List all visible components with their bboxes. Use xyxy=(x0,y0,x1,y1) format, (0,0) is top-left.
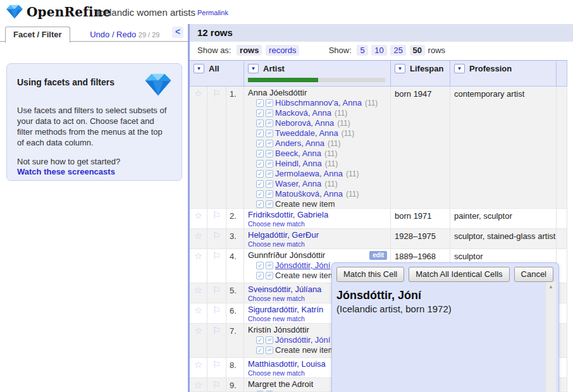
candidate-link[interactable]: Neborová, Anna xyxy=(275,118,334,128)
match-all-identical-cells-button[interactable]: Match All Identical Cells xyxy=(409,267,509,282)
match-similar-cells-icon[interactable]: ✓✓ xyxy=(266,190,273,198)
match-similar-cells-icon[interactable]: ✓✓ xyxy=(266,346,273,354)
candidate-link[interactable]: Anders, Anna xyxy=(275,138,324,149)
cancel-button[interactable]: Cancel xyxy=(514,267,553,282)
star-icon[interactable]: ☆ xyxy=(194,210,202,221)
artist-column-menu-icon[interactable]: ▼ xyxy=(248,64,259,73)
page-size-5-button[interactable]: 5 xyxy=(357,45,367,56)
flag-icon[interactable]: ⚐ xyxy=(213,285,221,295)
match-similar-cells-icon[interactable]: ✓✓ xyxy=(266,272,273,279)
match-this-cell-icon[interactable]: ✓ xyxy=(256,180,264,188)
star-icon[interactable]: ☆ xyxy=(194,88,202,99)
match-this-cell-icon[interactable]: ✓ xyxy=(256,272,264,279)
star-icon[interactable]: ☆ xyxy=(194,285,202,295)
candidate-link[interactable]: Jermolaewa, Anna xyxy=(275,169,343,179)
matched-entity-link[interactable]: Helgadóttir, GerÐur xyxy=(248,230,319,240)
flag-icon[interactable]: ⚐ xyxy=(213,305,221,315)
create-new-item-link[interactable]: Create new item xyxy=(275,345,335,355)
flag-icon[interactable]: ⚐ xyxy=(213,359,221,370)
candidate-link[interactable]: Waser, Anna xyxy=(275,179,321,189)
match-similar-cells-icon[interactable]: ✓✓ xyxy=(266,200,273,208)
star-icon[interactable]: ☆ xyxy=(194,325,202,336)
rows-suffix-label: rows xyxy=(428,46,445,55)
scroll-up-icon[interactable]: ▲ xyxy=(546,282,556,292)
choose-new-match-link[interactable]: Choose new match xyxy=(248,220,388,228)
star-icon[interactable]: ☆ xyxy=(194,230,202,241)
flag-icon[interactable]: ⚐ xyxy=(213,250,221,261)
page-size-25-button[interactable]: 25 xyxy=(390,45,405,56)
edit-cell-button[interactable]: edit xyxy=(369,251,387,260)
match-this-cell-icon[interactable]: ✓ xyxy=(256,160,264,168)
create-new-item-link[interactable]: Create new item xyxy=(275,271,335,281)
match-similar-cells-icon[interactable]: ✓✓ xyxy=(266,262,273,269)
match-similar-cells-icon[interactable]: ✓✓ xyxy=(266,140,273,147)
flag-icon[interactable]: ⚐ xyxy=(213,379,221,390)
show-as-records-button[interactable]: records xyxy=(266,45,299,56)
match-similar-cells-icon[interactable]: ✓✓ xyxy=(266,109,273,117)
star-icon[interactable]: ☆ xyxy=(194,379,202,390)
match-this-cell-icon[interactable]: ✓ xyxy=(256,150,264,157)
match-similar-cells-icon[interactable]: ✓✓ xyxy=(266,99,273,107)
matched-entity-link[interactable]: Matthiasdottir, Louisa xyxy=(248,359,326,369)
candidate-link[interactable]: Hübschmannov'a, Anna xyxy=(275,98,362,108)
candidate-link[interactable]: Jónsdóttir, Jóní xyxy=(275,260,330,271)
matched-entity-link[interactable]: Sigurdardóttir, Katrín xyxy=(248,305,323,314)
match-this-cell-icon[interactable]: ✓ xyxy=(256,391,264,391)
match-similar-cells-icon[interactable]: ✓✓ xyxy=(266,180,273,188)
choose-new-match-link[interactable]: Choose new match xyxy=(248,240,388,248)
candidate-link[interactable]: Heindl, Anna xyxy=(275,159,322,169)
candidate-link[interactable]: Matoušková, Anna xyxy=(275,189,343,199)
sidebar-collapse-icon[interactable]: < xyxy=(172,27,183,38)
match-this-cell-button[interactable]: Match this Cell xyxy=(336,267,404,282)
match-this-cell-icon[interactable]: ✓ xyxy=(256,262,264,269)
tab-facet-filter[interactable]: Facet / Filter xyxy=(5,27,70,43)
watch-screencasts-link[interactable]: Watch these screencasts xyxy=(17,167,115,176)
match-this-cell-icon[interactable]: ✓ xyxy=(256,170,264,178)
star-icon[interactable]: ☆ xyxy=(194,305,202,315)
page-size-10-button[interactable]: 10 xyxy=(371,45,386,56)
candidate-link[interactable]: Beeck, Anna xyxy=(275,149,321,159)
matched-entity-link[interactable]: Sveinsdóttir, Júlíana xyxy=(248,285,321,294)
tab-undo-redo[interactable]: Undo / Redo 29 / 29 xyxy=(86,27,163,42)
star-icon[interactable]: ☆ xyxy=(194,359,202,370)
popup-scrollbar[interactable]: ▲ xyxy=(545,282,556,392)
match-this-cell-icon[interactable]: ✓ xyxy=(256,346,264,354)
permalink-link[interactable]: Permalink xyxy=(197,9,228,16)
candidate-link[interactable]: Margret, … xyxy=(275,389,316,391)
flag-icon[interactable]: ⚐ xyxy=(213,230,221,241)
match-this-cell-icon[interactable]: ✓ xyxy=(256,99,264,107)
match-this-cell-icon[interactable]: ✓ xyxy=(256,336,264,344)
flag-icon[interactable]: ⚐ xyxy=(213,210,221,221)
match-this-cell-icon[interactable]: ✓ xyxy=(256,140,264,147)
match-similar-cells-icon[interactable]: ✓✓ xyxy=(266,170,273,178)
page-size-50-button[interactable]: 50 xyxy=(410,45,425,56)
matched-entity-link[interactable]: Fridriksdottir, Gabriela xyxy=(248,210,328,219)
candidate-count: (11) xyxy=(335,108,347,118)
flag-cell: ⚐ xyxy=(207,249,226,283)
candidate-row: ✓✓✓Neborová, Anna(11) xyxy=(256,118,388,128)
match-this-cell-icon[interactable]: ✓ xyxy=(256,109,264,117)
reconcile-progress-fill xyxy=(248,78,318,82)
all-column-menu-icon[interactable]: ▼ xyxy=(194,64,204,73)
flag-icon[interactable]: ⚐ xyxy=(213,325,221,336)
match-similar-cells-icon[interactable]: ✓✓ xyxy=(266,336,273,344)
match-this-cell-icon[interactable]: ✓ xyxy=(256,190,264,198)
match-this-cell-icon[interactable]: ✓ xyxy=(256,130,264,137)
candidate-link[interactable]: Jónsdóttir, Jóní xyxy=(275,335,330,345)
match-similar-cells-icon[interactable]: ✓✓ xyxy=(266,119,273,127)
match-similar-cells-icon[interactable]: ✓✓ xyxy=(266,160,273,168)
app-header: OpenRefine Icelandic women artists Perma… xyxy=(0,0,573,24)
match-similar-cells-icon[interactable]: ✓✓ xyxy=(266,150,273,157)
match-similar-cells-icon[interactable]: ✓✓ xyxy=(266,391,273,391)
create-new-item-link[interactable]: Create new item xyxy=(275,199,335,208)
candidate-link[interactable]: Macková, Anna xyxy=(275,108,331,118)
candidate-link[interactable]: Tweeddale, Anna xyxy=(275,128,338,138)
show-as-rows-button[interactable]: rows xyxy=(237,45,262,56)
lifespan-column-menu-icon[interactable]: ▼ xyxy=(395,64,405,73)
flag-icon[interactable]: ⚐ xyxy=(213,88,221,99)
match-this-cell-icon[interactable]: ✓ xyxy=(256,119,264,127)
match-similar-cells-icon[interactable]: ✓✓ xyxy=(266,130,273,137)
star-icon[interactable]: ☆ xyxy=(194,250,202,261)
profession-column-menu-icon[interactable]: ▼ xyxy=(454,64,465,73)
match-this-cell-icon[interactable]: ✓ xyxy=(256,200,264,208)
